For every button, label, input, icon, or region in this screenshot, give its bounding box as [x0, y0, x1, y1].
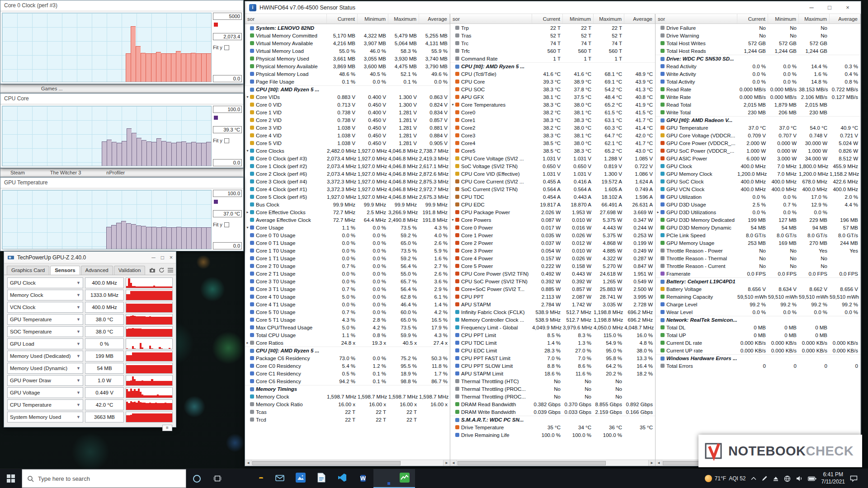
sensor-row[interactable]: ▸ Core Effective Clocks 72.7 MHz 2.5 MHz…	[245, 208, 450, 216]
minimize-icon[interactable]: ─	[802, 1, 821, 14]
sensor-row[interactable]: Core5 38.5 °C 38.3 °C 65.2 °C 43.0 °C	[450, 147, 655, 155]
sensor-row[interactable]: Windows Hardware Errors ...	[656, 354, 860, 362]
graph-window-core0-clock[interactable]: Core 0 Clock (perf #3) 5000 2,073.4 Fit …	[0, 0, 244, 84]
sensor-row[interactable]: Trp 22 T 22 T 22 T	[450, 24, 655, 32]
column-header-maximum[interactable]: Maximum	[594, 14, 624, 23]
background-window-titles[interactable]: Steam The Witcher 3 nProfiler	[0, 168, 244, 177]
sensor-row[interactable]: Memory Timings	[245, 385, 450, 393]
sensor-row[interactable]: Core 0 T0 Usage 0.0 % 0.0 % 59.2 % 4.0 %	[245, 231, 450, 239]
horizontal-scrollbar[interactable]: ◄ ►	[450, 460, 655, 466]
sensor-row[interactable]: CPU Core Current (SVI2 ... 0.455 A 0.416…	[450, 178, 655, 185]
sensor-row[interactable]: CPU [#0]: AMD Ryzen 5 ...	[450, 62, 655, 70]
gpuz-tab[interactable]: Graphics Card	[7, 266, 49, 275]
sensor-row[interactable]: Core 5 Clock (perf #5) 1,927.0 MHz 1,927…	[245, 193, 450, 201]
word-app-icon[interactable]: W	[353, 469, 373, 488]
sensor-row[interactable]: GPU Utilization 0.0 % 0.0 % 17.0 % 2.0 %	[656, 193, 860, 201]
expand-arrow-icon[interactable]: ▸	[245, 341, 250, 345]
sensor-row[interactable]: Battery Voltage 8.656 V 8.634 V 8.662 V …	[656, 285, 860, 293]
maximize-icon[interactable]: □	[821, 1, 839, 14]
sensor-row[interactable]: Total Host Writes 572 GB 572 GB 572 GB	[656, 39, 860, 47]
sensor-row[interactable]: APU STAPM Limit 18.6 % 11.6 % 20.2 % 18.…	[450, 370, 655, 377]
column-header-minimum[interactable]: Minimum	[563, 14, 594, 23]
sensor-row[interactable]: GPU Core Voltage (VDDCR... 0.709 V 0.707…	[656, 131, 860, 139]
sensor-row[interactable]: GPU Memory Usage 253 MB 169 MB 270 MB 24…	[656, 239, 860, 247]
gpuz-sensor-row[interactable]: GPU Clock▼ 400.0 MHz	[7, 277, 173, 288]
sensor-row[interactable]: GPU Memory Clock 1,200.0 MHz 7.0 MHz 1,2…	[656, 170, 860, 178]
sensor-row[interactable]: Core 2 T0 Usage 0.7 % 0.0 % 56.4 % 2.7 %	[245, 262, 450, 270]
graph-window-cpu-core[interactable]: CPU Core 100.0 39.3 °C Fit y 0.0	[0, 93, 244, 168]
horizontal-scrollbar[interactable]: ◄ ►	[245, 460, 450, 466]
network-icon[interactable]	[784, 475, 791, 482]
sensor-row[interactable]: Tcas 22 T 22 T 22 T	[245, 408, 450, 416]
sensor-row[interactable]: Core 2 VID 0.738 V 0.450 V 1.281 V 0.857…	[245, 116, 450, 124]
column-header-average[interactable]: Average	[419, 14, 450, 23]
sensor-row[interactable]: CPU (Tctl/Tdie) 41.6 °C 41.6 °C 68.1 °C …	[450, 70, 655, 78]
sensor-row[interactable]: Core 5 T1 Usage 4.3 % 2.8 % 65.0 % 16.5 …	[245, 316, 450, 324]
close-icon[interactable]: ×	[839, 1, 857, 14]
gpuz-tab[interactable]: Sensors	[50, 266, 80, 275]
sensor-row[interactable]: GPU ASIC Power 6.000 W 3.000 W 34.000 W …	[656, 155, 860, 162]
sensor-row[interactable]: Physical Memory Load 48.6 % 40.5 % 52.1 …	[245, 70, 450, 78]
sensor-row[interactable]: Core C1 Residency 0.5 % 0.1 % 18.9 % 1.7…	[245, 370, 450, 377]
sensor-row[interactable]: CPU EDC 19.817 A 18.870 A 66.491 A 26.63…	[450, 201, 655, 208]
sensor-row[interactable]: DRAM Read Bandwidth 0.382 Gbps 0.370 Gbp…	[450, 400, 655, 408]
scroll-left-icon[interactable]: ◄	[245, 460, 252, 466]
sensor-row[interactable]: Total UP 0 MB 0 MB 0 MB	[656, 331, 860, 339]
chevron-up-icon[interactable]	[751, 477, 756, 480]
sensor-row[interactable]: Memory Clock 1,598.7 MHz 1,598.7 MHz 1,5…	[245, 393, 450, 400]
monitor-app-icon[interactable]	[394, 469, 415, 488]
sensor-row[interactable]: Thermal Throttling (PROC... No No No	[450, 393, 655, 400]
sensor-row[interactable]: Infinity Fabric Clock (FCLK) 538.9 MHz 5…	[450, 308, 655, 316]
sensor-row[interactable]: System: LENOVO 82ND	[245, 24, 450, 32]
sensor-row[interactable]: Read Rate 0.000 MB/s 0.000 MB/s 38.153 M…	[656, 85, 860, 93]
sensor-row[interactable]: Core 0 VID 0.713 V 0.450 V 1.300 V 0.824…	[245, 101, 450, 108]
search-input[interactable]: Type here to search	[22, 469, 186, 488]
gpuz-sensor-row[interactable]: Memory Clock▼ 1333.0 MHz	[7, 290, 173, 300]
sensor-row[interactable]: Thermal Throttling (PROC... No No No	[450, 385, 655, 393]
column-header-current[interactable]: Current	[327, 14, 358, 23]
sensor-row[interactable]: GPU D3D Memory Dynamic 54 MB 54 MB 94 MB…	[656, 224, 860, 231]
sensor-row[interactable]: Thermal Throttling (HTC) No No No	[450, 377, 655, 385]
edge-app-icon[interactable]	[228, 469, 249, 488]
sensor-row[interactable]: Core 1 Clock (perf #2) 2,073.4 MHz 1,927…	[245, 162, 450, 170]
sensor-row[interactable]: Core 3 Power 0.054 W 0.010 W 4.885 W 0.2…	[450, 247, 655, 254]
task-view-button[interactable]	[207, 469, 228, 488]
graph-window-titlebar[interactable]: Core 0 Clock (perf #3)	[0, 0, 243, 11]
sensor-row[interactable]: CPU PPT 2.113 W 2.087 W 28.741 W 3.995 W	[450, 293, 655, 300]
sensor-row[interactable]: CPU EDC Limit 28.3 % 27.0 % 95.0 % 38.0 …	[450, 347, 655, 354]
gpuz-sensor-row[interactable]: GPU Voltage▼ 0.449 V	[7, 387, 173, 398]
sensor-select[interactable]: GPU Voltage▼	[7, 387, 83, 398]
hwinfo-window[interactable]: i HWiNFO64 v7.06-4500 Sensor Status ─ □ …	[245, 1, 861, 466]
sensor-row[interactable]: GPU D3D Memory Dedicated 199 MB 127 MB 2…	[656, 216, 860, 224]
sensor-row[interactable]: GPU D3D Usage 2.5 % 0.7 % 12.9 % 4.4 %	[656, 201, 860, 208]
column-header-average[interactable]: Average	[830, 14, 860, 23]
sensor-select[interactable]: Memory Used (Dynamic)▼	[7, 363, 83, 374]
sensor-row[interactable]: GPU [#0]: AMD Radeon V...	[656, 116, 860, 124]
sensor-row[interactable]: Drive: WDC PC SN530 SD...	[656, 55, 860, 62]
sensor-row[interactable]: Physical Memory Used 3,661 MB 3,055 MB 3…	[245, 55, 450, 62]
start-button[interactable]	[0, 469, 22, 488]
sensor-row[interactable]: Core 4 T0 Usage 5.0 % 0.0 % 62.8 % 6.1 %	[245, 293, 450, 300]
sensor-row[interactable]: CPU Core Voltage (SVI2 ... 1.031 V 1.031…	[450, 155, 655, 162]
sensor-select[interactable]: GPU Power Draw▼	[7, 375, 83, 386]
sensor-row[interactable]: Remaining Capacity 59,510 mWh 59,510 mWh…	[656, 293, 860, 300]
sensor-row[interactable]: Drive Temperature 35 °C 34 °C 36 °C 35 °…	[450, 423, 655, 431]
column-header-minimum[interactable]: Minimum	[768, 14, 799, 23]
close-icon[interactable]: ×	[170, 254, 173, 261]
clock[interactable]: 6:41 PM 7/11/2021	[821, 471, 845, 485]
sensor-row[interactable]: Package C6 Residency 73.0 % 0.0 % 75.2 %…	[245, 354, 450, 362]
sensor-row[interactable]: Core2 38.2 °C 38.0 °C 60.3 °C 41.4 °C	[450, 124, 655, 131]
sensor-row[interactable]: Virtual Memory Available 4,216 MB 3,907 …	[245, 39, 450, 47]
sensor-select[interactable]: SOC Temperature▼	[7, 326, 83, 337]
sensor-row[interactable]: Bus Clock 99.9 MHz 99.9 MHz 99.9 MHz 99.…	[245, 201, 450, 208]
volume-icon[interactable]	[796, 475, 803, 482]
sensor-row[interactable]: Core 1 VID 0.738 V 0.400 V 1.281 V 0.834…	[245, 108, 450, 116]
libreoffice-app-icon[interactable]	[311, 469, 332, 488]
log-toggle-icon[interactable]: ≡	[162, 425, 172, 431]
sensor-row[interactable]: ▸ GPU D3D Utilizations 0.0 % 0.0 % 0.0 %	[656, 208, 860, 216]
sensor-row[interactable]: ▾ Core VIDs 0.883 V 0.400 V 1.300 V 0.86…	[245, 93, 450, 101]
gpuz-sensor-row[interactable]: Memory Used (Dedicated)▼ 199 MB	[7, 351, 173, 361]
action-center-icon[interactable]	[850, 475, 858, 482]
refresh-icon[interactable]	[159, 267, 165, 273]
sensor-row[interactable]: Throttle Reason - Power No No Yes Yes	[656, 247, 860, 254]
